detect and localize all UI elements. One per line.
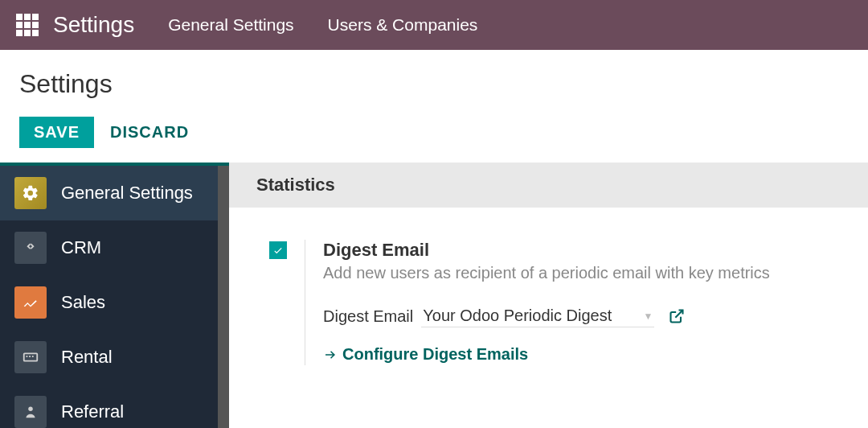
check-icon [272, 245, 284, 256]
svg-rect-1 [27, 356, 28, 357]
digest-email-checkbox[interactable] [269, 241, 287, 259]
digest-title: Digest Email [323, 240, 770, 261]
sidebar-item-sales[interactable]: Sales [0, 275, 229, 330]
action-buttons: SAVE DISCARD [19, 117, 849, 148]
save-button[interactable]: SAVE [19, 117, 94, 148]
svg-point-4 [28, 407, 33, 412]
page-title: Settings [19, 69, 849, 99]
sidebar-item-label: Sales [61, 292, 105, 313]
section-body: Digest Email Add new users as recipient … [229, 208, 868, 397]
gear-icon [14, 177, 47, 209]
sidebar-item-general-settings[interactable]: General Settings [0, 166, 229, 220]
main-panel: Statistics Digest Email Add new users as… [229, 163, 868, 428]
apps-menu-icon[interactable] [16, 14, 39, 36]
digest-description: Add new users as recipient of a periodic… [323, 264, 770, 282]
content: General Settings CRM Sales Rental Referr… [0, 163, 868, 428]
digest-block: Digest Email Add new users as recipient … [323, 240, 770, 365]
menu-general-settings[interactable]: General Settings [168, 15, 293, 35]
chevron-down-icon: ▼ [643, 311, 653, 322]
subheader: Settings SAVE DISCARD [0, 50, 868, 163]
arrow-right-icon [323, 348, 338, 362]
keyboard-icon [14, 341, 47, 373]
svg-rect-3 [32, 356, 34, 357]
app-title: Settings [53, 12, 134, 38]
digest-field-row: Digest Email Your Odoo Periodic Digest ▼ [323, 305, 770, 327]
configure-digest-label: Configure Digest Emails [342, 345, 528, 364]
menu-users-companies[interactable]: Users & Companies [328, 15, 478, 35]
sidebar-item-crm[interactable]: CRM [0, 220, 229, 275]
discard-button[interactable]: DISCARD [110, 123, 189, 142]
topbar: Settings General Settings Users & Compan… [0, 0, 868, 50]
digest-field-label: Digest Email [323, 307, 413, 326]
sidebar-item-label: Referral [61, 401, 124, 422]
sidebar-item-label: CRM [61, 237, 101, 258]
digest-select-value: Your Odoo Periodic Digest [423, 307, 612, 325]
handshake-icon [14, 232, 47, 264]
sidebar-item-rental[interactable]: Rental [0, 330, 229, 385]
sidebar-scrollbar[interactable] [218, 166, 229, 428]
sidebar-item-referral[interactable]: Referral [0, 385, 229, 428]
configure-digest-link[interactable]: Configure Digest Emails [323, 345, 528, 364]
section-header-statistics: Statistics [229, 163, 868, 208]
sidebar: General Settings CRM Sales Rental Referr… [0, 163, 229, 428]
vertical-divider [305, 240, 305, 365]
external-link-icon[interactable] [669, 308, 685, 324]
digest-select[interactable]: Your Odoo Periodic Digest ▼ [421, 305, 654, 327]
svg-rect-2 [29, 356, 31, 357]
chart-icon [14, 286, 47, 319]
person-icon [14, 396, 47, 428]
sidebar-item-label: General Settings [61, 183, 193, 204]
sidebar-item-label: Rental [61, 347, 113, 368]
